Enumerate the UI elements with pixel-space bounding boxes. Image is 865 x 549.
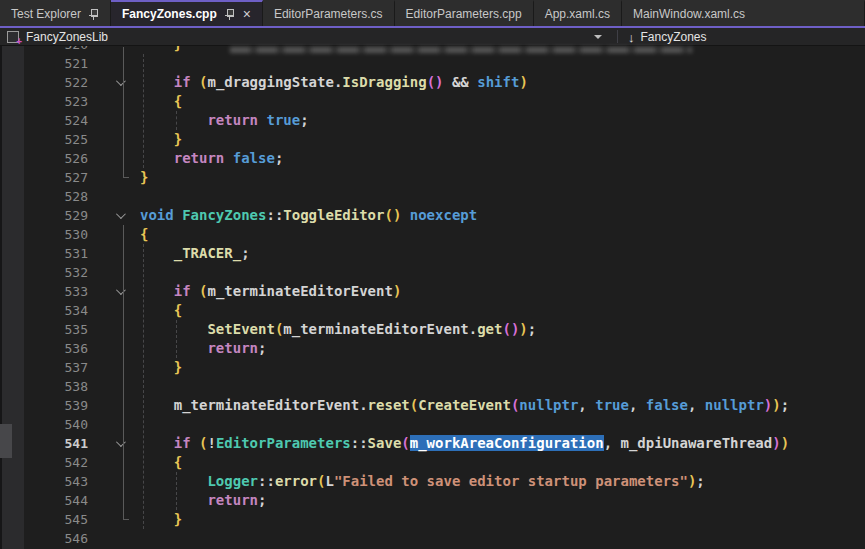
- line-number: 544: [0, 493, 100, 508]
- code-text: _TRACER_;: [138, 244, 865, 263]
- class-library-icon: [7, 31, 19, 43]
- line-number: 525: [0, 132, 100, 147]
- code-line-531[interactable]: 531 _TRACER_;: [0, 244, 865, 263]
- code-line-542[interactable]: 542 {: [0, 453, 865, 472]
- code-line-541[interactable]: 541 if (!EditorParameters::Save(m_workAr…: [0, 434, 865, 453]
- code-line-546[interactable]: 546: [0, 529, 865, 548]
- code-text: m_terminateEditorEvent.reset(CreateEvent…: [138, 396, 865, 415]
- line-number: 531: [0, 246, 100, 261]
- line-number: 526: [0, 151, 100, 166]
- code-text: return false;: [138, 149, 865, 168]
- line-number: 520: [0, 46, 100, 52]
- code-line-537[interactable]: 537 }: [0, 358, 865, 377]
- code-text: {: [138, 225, 865, 244]
- caret-down-icon[interactable]: [594, 35, 602, 39]
- obscured-code-text: [230, 47, 692, 53]
- line-number: 533: [0, 284, 100, 299]
- line-number: 538: [0, 379, 100, 394]
- code-line-540[interactable]: 540: [0, 415, 865, 434]
- code-line-529[interactable]: 529void FancyZones::ToggleEditor() noexc…: [0, 206, 865, 225]
- code-text: return;: [138, 339, 865, 358]
- project-dropdown[interactable]: FancyZonesLib: [26, 30, 108, 44]
- code-line-526[interactable]: 526 return false;: [0, 149, 865, 168]
- scope-dropdown-label: FancyZones: [641, 30, 707, 44]
- tab-test-explorer[interactable]: Test Explorer: [0, 0, 111, 26]
- pin-icon[interactable]: [225, 8, 235, 21]
- tab-label: App.xaml.cs: [545, 7, 610, 21]
- fold-extent-tick: [123, 177, 129, 178]
- code-text: {: [138, 92, 865, 111]
- code-line-535[interactable]: 535 SetEvent(m_terminateEditorEvent.get(…: [0, 320, 865, 339]
- code-text: SetEvent(m_terminateEditorEvent.get());: [138, 320, 865, 339]
- fold-extent-tick: [123, 519, 129, 520]
- navigation-bar: FancyZonesLib ↓ FancyZones: [0, 28, 865, 46]
- code-editor[interactable]: 520 }521522 if (m_draggingState.IsDraggi…: [0, 46, 865, 549]
- tab-editorparameters-cs[interactable]: EditorParameters.cs: [263, 0, 395, 26]
- code-line-525[interactable]: 525 }: [0, 130, 865, 149]
- document-tab-bar: Test ExplorerFancyZones.cpp×EditorParame…: [0, 0, 865, 28]
- line-number: 527: [0, 170, 100, 185]
- code-line-527[interactable]: 527}: [0, 168, 865, 187]
- line-number: 546: [0, 531, 100, 546]
- fold-chevron-icon[interactable]: [100, 79, 138, 86]
- indent-guide: [176, 472, 177, 510]
- line-number: 530: [0, 227, 100, 242]
- indent-guide: [176, 320, 177, 358]
- code-line-532[interactable]: 532: [0, 263, 865, 282]
- indent-guide: [143, 244, 144, 529]
- code-line-544[interactable]: 544 return;: [0, 491, 865, 510]
- code-line-536[interactable]: 536 return;: [0, 339, 865, 358]
- code-line-533[interactable]: 533 if (m_terminateEditorEvent): [0, 282, 865, 301]
- code-line-528[interactable]: 528: [0, 187, 865, 206]
- line-number: 523: [0, 94, 100, 109]
- indent-guide: [176, 111, 177, 130]
- scope-dropdown[interactable]: ↓ FancyZones: [628, 28, 707, 46]
- line-number: 536: [0, 341, 100, 356]
- code-text: if (m_draggingState.IsDragging() && shif…: [138, 73, 865, 92]
- tab-mainwindow-xaml-cs[interactable]: MainWindow.xaml.cs: [622, 0, 865, 26]
- code-line-522[interactable]: 522 if (m_draggingState.IsDragging() && …: [0, 73, 865, 92]
- line-number: 541: [0, 436, 100, 451]
- arrow-down-icon: ↓: [628, 30, 635, 45]
- line-number: 532: [0, 265, 100, 280]
- line-number: 528: [0, 189, 100, 204]
- code-line-539[interactable]: 539 m_terminateEditorEvent.reset(CreateE…: [0, 396, 865, 415]
- code-line-543[interactable]: 543 Logger::error(L"Failed to save edito…: [0, 472, 865, 491]
- fold-chevron-icon[interactable]: [100, 440, 138, 447]
- fold-extent-line: [123, 225, 124, 519]
- code-text: }: [138, 130, 865, 149]
- vs-editor-window: Test ExplorerFancyZones.cpp×EditorParame…: [0, 0, 865, 549]
- close-icon[interactable]: ×: [243, 7, 251, 21]
- code-line-538[interactable]: 538: [0, 377, 865, 396]
- code-text: if (!EditorParameters::Save(m_workAreaCo…: [138, 434, 865, 453]
- line-number: 522: [0, 75, 100, 90]
- fold-chevron-icon[interactable]: [100, 288, 138, 295]
- tab-label: Test Explorer: [11, 7, 81, 21]
- tab-label: MainWindow.xaml.cs: [633, 7, 745, 21]
- code-line-524[interactable]: 524 return true;: [0, 111, 865, 130]
- pin-icon[interactable]: [89, 8, 99, 21]
- selected-text[interactable]: m_workAreaConfiguration: [410, 435, 604, 451]
- line-number: 521: [0, 56, 100, 71]
- code-text: Logger::error(L"Failed to save editor st…: [138, 472, 865, 491]
- line-number: 542: [0, 455, 100, 470]
- code-line-523[interactable]: 523 {: [0, 92, 865, 111]
- code-line-534[interactable]: 534 {: [0, 301, 865, 320]
- code-text: {: [138, 301, 865, 320]
- code-line-521[interactable]: 521: [0, 54, 865, 73]
- code-text: {: [138, 453, 865, 472]
- fold-chevron-icon[interactable]: [100, 212, 138, 219]
- code-line-530[interactable]: 530{: [0, 225, 865, 244]
- line-number: 540: [0, 417, 100, 432]
- code-text: void FancyZones::ToggleEditor() noexcept: [138, 206, 865, 225]
- tab-fancyzones-cpp[interactable]: FancyZones.cpp×: [111, 0, 263, 26]
- code-text: }: [138, 358, 865, 377]
- code-text: if (m_terminateEditorEvent): [138, 282, 865, 301]
- code-line-545[interactable]: 545 }: [0, 510, 865, 529]
- tab-app-xaml-cs[interactable]: App.xaml.cs: [534, 0, 622, 26]
- line-number: 543: [0, 474, 100, 489]
- tab-editorparameters-cpp[interactable]: EditorParameters.cpp: [395, 0, 534, 26]
- indent-guide: [143, 54, 144, 168]
- line-number: 534: [0, 303, 100, 318]
- line-number: 535: [0, 322, 100, 337]
